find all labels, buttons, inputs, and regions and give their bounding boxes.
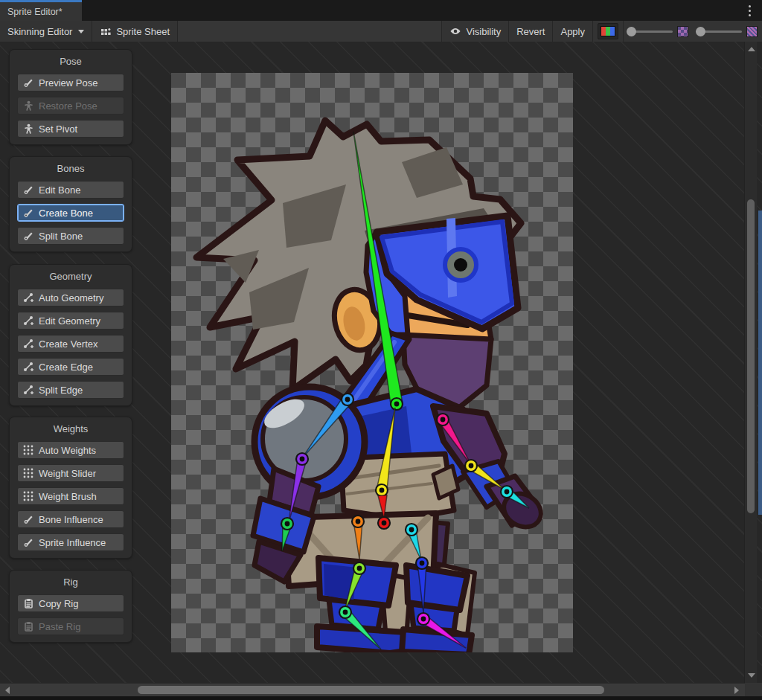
sprite-sheet-button[interactable]: Sprite Sheet — [92, 21, 178, 42]
panel-title: Pose — [10, 56, 132, 67]
split-bone-icon — [22, 230, 34, 242]
dock-edge-highlight — [758, 211, 762, 515]
button-label: Create Vertex — [39, 338, 98, 350]
sprite-editor-window: Sprite Editor* Skinning Editor Sprite Sh… — [0, 0, 762, 700]
auto-weights-button[interactable]: Auto Weights — [17, 441, 124, 459]
checker-icon — [677, 26, 688, 37]
sprite-sheet-icon — [100, 25, 112, 37]
stripes-icon — [746, 26, 758, 37]
skinning-canvas[interactable]: PosePreview PoseRestore PoseSet PivotBon… — [0, 42, 762, 700]
auto-geometry-button[interactable]: Auto Geometry — [17, 289, 124, 306]
vertical-scrollbar[interactable] — [744, 42, 757, 683]
pelvis-bone[interactable] — [378, 495, 390, 529]
create-edge-button[interactable]: Create Edge — [17, 358, 124, 376]
weight-brush-button[interactable]: Weight Brush — [17, 487, 124, 505]
auto-geometry-icon — [22, 292, 34, 304]
slider-handle[interactable] — [696, 27, 705, 36]
apply-button[interactable]: Apply — [553, 21, 593, 42]
split-edge-icon — [22, 384, 34, 396]
sprite-sheet-label: Sprite Sheet — [116, 26, 170, 37]
button-label: Weight Slider — [39, 468, 96, 479]
left-foot-bone[interactable] — [339, 606, 381, 649]
panel-title: Bones — [10, 163, 132, 174]
bones-overlay[interactable] — [171, 73, 573, 652]
right-shin-bone[interactable] — [416, 557, 428, 613]
left-hand-bone[interactable] — [281, 518, 293, 551]
button-label: Set Pivot — [39, 123, 77, 135]
bone-color-button[interactable] — [598, 23, 618, 39]
right-forearm-bone[interactable] — [465, 460, 505, 490]
button-label: Preview Pose — [39, 77, 97, 89]
preview-pose-icon — [22, 77, 34, 89]
revert-button[interactable]: Revert — [509, 21, 553, 42]
vertical-scrollbar-thumb[interactable] — [747, 199, 755, 513]
kebab-menu-icon[interactable] — [749, 5, 752, 17]
spine-head-bone[interactable] — [353, 132, 403, 410]
restore-pose-icon — [22, 100, 34, 112]
right-thigh-bone[interactable] — [406, 524, 421, 560]
right-shoulder-bone[interactable] — [437, 414, 471, 465]
chevron-down-icon — [78, 30, 84, 33]
visibility-label: Visibility — [466, 26, 501, 37]
toolbar: Skinning Editor Sprite Sheet Visibility … — [0, 21, 762, 42]
mode-dropdown[interactable]: Skinning Editor — [0, 21, 92, 42]
sprite-opacity-slider[interactable] — [627, 21, 673, 42]
left-upperarm-bone[interactable] — [289, 453, 308, 522]
right-foot-bone[interactable] — [417, 613, 466, 648]
tab-bar: Sprite Editor* — [0, 0, 762, 22]
scroll-down-icon[interactable] — [748, 673, 755, 678]
horizontal-scrollbar-thumb[interactable] — [138, 686, 604, 694]
set-pivot-button[interactable]: Set Pivot — [17, 120, 124, 138]
bone-opacity-slider[interactable] — [696, 21, 742, 42]
revert-label: Revert — [516, 26, 545, 37]
button-label: Sprite Influence — [39, 537, 106, 548]
panel-bones: BonesEdit BoneCreate BoneSplit Bone — [9, 156, 132, 252]
button-label: Split Edge — [39, 385, 83, 396]
weight-slider-icon — [22, 467, 34, 479]
panel-title: Rig — [10, 577, 132, 588]
edit-geometry-icon — [22, 315, 34, 327]
right-hand-bone[interactable] — [501, 486, 529, 508]
copy-rig-button[interactable]: Copy Rig — [17, 594, 124, 612]
tab-title: Sprite Editor* — [7, 7, 63, 17]
panel-title: Weights — [10, 423, 132, 434]
copy-rig-icon — [22, 597, 34, 609]
button-label: Edit Geometry — [39, 315, 100, 327]
scroll-right-icon[interactable] — [734, 687, 739, 694]
toolbar-separator — [623, 21, 624, 42]
visibility-toggle[interactable]: Visibility — [442, 21, 509, 42]
create-bone-button[interactable]: Create Bone — [17, 204, 124, 222]
eye-icon — [449, 25, 461, 37]
scroll-up-icon[interactable] — [748, 47, 755, 51]
edit-geometry-button[interactable]: Edit Geometry — [17, 312, 124, 330]
horizontal-scrollbar[interactable] — [0, 683, 745, 697]
panel-geometry: GeometryAuto GeometryEdit GeometryCreate… — [9, 264, 132, 406]
preview-pose-button[interactable]: Preview Pose — [17, 74, 124, 91]
toolbar-spacer — [178, 21, 442, 42]
create-vertex-button[interactable]: Create Vertex — [17, 335, 124, 353]
edit-bone-icon — [22, 184, 34, 196]
spine-lower-bone[interactable] — [376, 408, 395, 496]
split-bone-button[interactable]: Split Bone — [17, 227, 124, 245]
split-edge-button[interactable]: Split Edge — [17, 381, 124, 399]
bone-influence-button[interactable]: Bone Influence — [17, 510, 124, 528]
left-shoulder-bone[interactable] — [302, 394, 353, 458]
create-vertex-icon — [22, 338, 34, 350]
slider-handle[interactable] — [627, 27, 636, 36]
button-label: Copy Rig — [39, 598, 78, 609]
left-thigh-bone[interactable] — [352, 516, 364, 559]
bone-influence-icon — [22, 513, 34, 525]
weight-slider-button[interactable]: Weight Slider — [17, 464, 124, 482]
scroll-left-icon[interactable] — [5, 687, 10, 694]
edit-bone-button[interactable]: Edit Bone — [17, 181, 124, 199]
scrollbar-corner — [745, 683, 762, 696]
button-label: Bone Influence — [39, 514, 103, 525]
restore-pose-button: Restore Pose — [17, 97, 124, 115]
sprite-influence-button[interactable]: Sprite Influence — [17, 533, 124, 551]
tab-sprite-editor[interactable]: Sprite Editor* — [0, 0, 82, 21]
button-label: Paste Rig — [39, 621, 80, 632]
sprite-texture-area[interactable] — [171, 73, 573, 652]
paste-rig-icon — [22, 620, 34, 632]
left-shin-bone[interactable] — [345, 562, 365, 611]
apply-label: Apply — [560, 26, 585, 37]
